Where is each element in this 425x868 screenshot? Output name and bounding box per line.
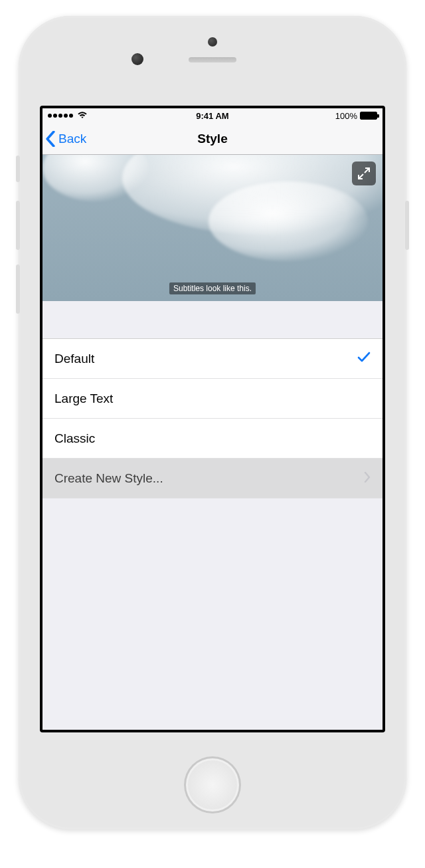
create-new-style-label: Create New Style...	[54, 471, 163, 486]
wifi-icon	[77, 111, 88, 121]
nav-bar: Back Style	[42, 123, 382, 155]
subtitle-sample-text: Subtitles look like this.	[169, 282, 256, 294]
cloud-decoration	[209, 181, 368, 261]
status-time: 9:41 AM	[196, 111, 228, 121]
volume-up-button	[16, 201, 20, 250]
earpiece	[189, 57, 236, 62]
style-option-default[interactable]: Default	[42, 339, 382, 379]
style-option-label: Large Text	[54, 391, 113, 406]
expand-icon	[357, 167, 371, 180]
back-label: Back	[58, 132, 86, 146]
signal-strength-icon	[48, 114, 73, 118]
style-option-label: Classic	[54, 431, 95, 446]
battery-icon	[360, 112, 377, 120]
subtitle-preview: Subtitles look like this.	[42, 155, 382, 301]
style-option-large-text[interactable]: Large Text	[42, 379, 382, 419]
chevron-left-icon	[45, 131, 56, 147]
create-new-style-button[interactable]: Create New Style...	[42, 459, 382, 498]
checkmark-icon	[357, 351, 371, 366]
status-battery-percent: 100%	[335, 111, 357, 121]
back-button[interactable]: Back	[45, 131, 86, 147]
empty-area	[42, 498, 382, 730]
screen-bezel: 9:41 AM 100% Back Style	[40, 106, 385, 732]
style-option-classic[interactable]: Classic	[42, 419, 382, 459]
screen: 9:41 AM 100% Back Style	[42, 108, 382, 730]
device-frame: 9:41 AM 100% Back Style	[19, 16, 406, 829]
chevron-right-icon	[364, 471, 371, 486]
home-button[interactable]	[184, 756, 241, 814]
style-option-label: Default	[54, 352, 94, 366]
expand-preview-button[interactable]	[352, 162, 376, 185]
power-button	[405, 201, 409, 250]
page-title: Style	[197, 132, 227, 146]
mute-switch	[16, 156, 20, 182]
front-camera-icon	[131, 53, 143, 65]
volume-down-button	[16, 265, 20, 314]
status-bar: 9:41 AM 100%	[42, 108, 382, 123]
style-list: Default Large Text Classic Create New St…	[42, 338, 382, 498]
sensor-icon	[208, 37, 217, 47]
section-gap	[42, 301, 382, 338]
